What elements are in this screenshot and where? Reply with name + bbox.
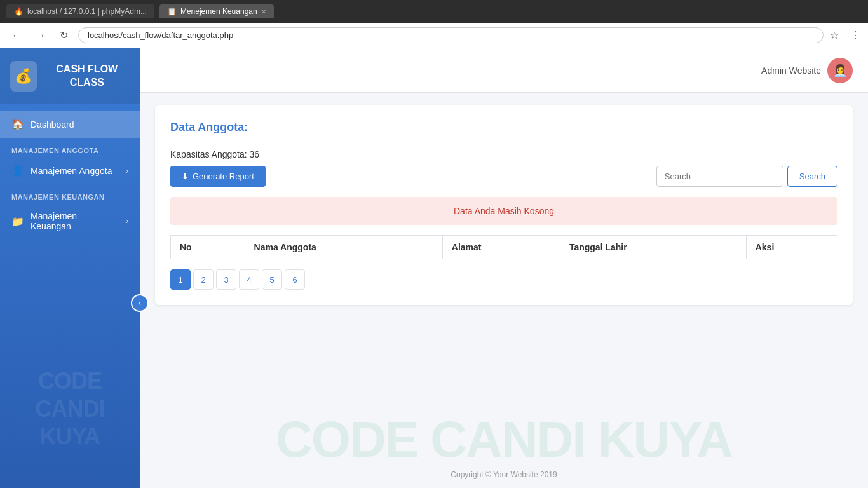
- footer-text: Copyright © Your Website 2019: [451, 470, 557, 479]
- sidebar-item-dashboard[interactable]: 🏠 Dashboard: [0, 111, 140, 138]
- pagination: 123456: [170, 269, 837, 290]
- back-button[interactable]: ←: [8, 29, 25, 43]
- toolbar-row: ⬇ Generate Report Search: [170, 166, 837, 187]
- anggota-icon: 👤: [11, 165, 24, 177]
- tab-label: localhost / 127.0.0.1 | phpMyAdm...: [27, 7, 147, 16]
- page-btn-3[interactable]: 3: [216, 269, 236, 290]
- col-alamat: Alamat: [442, 236, 560, 259]
- tab-favicon2: 📋: [167, 7, 177, 16]
- admin-label: Admin Website: [761, 65, 821, 76]
- capacity-text: Kapasitas Anggota: 36: [170, 149, 837, 159]
- sidebar: 💰 CASH FLOW CLASS 🏠 Dashboard MANAJEMEN …: [0, 48, 140, 488]
- page-btn-5[interactable]: 5: [262, 269, 282, 290]
- browser-tab-keuangan[interactable]: 📋 Menejemen Keuangan ✕: [159, 4, 274, 18]
- search-button[interactable]: Search: [787, 166, 837, 187]
- menu-icon[interactable]: ⋮: [850, 29, 860, 41]
- logo-text: CASH FLOW CLASS: [44, 63, 130, 90]
- section-label-anggota: MANAJEMEN ANGGOTA: [0, 138, 140, 157]
- download-icon: ⬇: [182, 172, 189, 181]
- sidebar-watermark: CODECANDIKUYA: [0, 367, 140, 450]
- sidebar-anggota-label: Manajemen Anggota: [31, 166, 112, 176]
- table-header-row: No Nama Anggota Alamat Tanggal Lahir Aks…: [171, 236, 837, 259]
- empty-message: Data Anda Masih Kosong: [454, 206, 554, 216]
- table-head: No Nama Anggota Alamat Tanggal Lahir Aks…: [171, 236, 837, 259]
- content-card: Data Anggota: Kapasitas Anggota: 36 ⬇ Ge…: [155, 105, 853, 305]
- sidebar-nav: 🏠 Dashboard MANAJEMEN ANGGOTA 👤 Manajeme…: [0, 104, 140, 245]
- col-no: No: [171, 236, 245, 259]
- avatar: 👩‍💼: [827, 58, 853, 83]
- page-title: Data Anggota:: [170, 121, 837, 134]
- sidebar-collapse-button[interactable]: ‹: [131, 294, 149, 312]
- chevron-anggota-icon: ›: [126, 166, 128, 175]
- keuangan-icon: 📁: [11, 215, 24, 227]
- search-group: Search: [656, 166, 837, 187]
- address-bar: ← → ↻ ☆ ⋮: [0, 23, 868, 48]
- admin-info: Admin Website 👩‍💼: [761, 58, 853, 83]
- dashboard-icon: 🏠: [11, 118, 24, 130]
- browser-bar: 🔥 localhost / 127.0.0.1 | phpMyAdm... 📋 …: [0, 0, 868, 23]
- chevron-keuangan-icon: ›: [126, 217, 128, 226]
- address-input[interactable]: [78, 27, 824, 43]
- generate-btn-label: Generate Report: [193, 172, 254, 181]
- logo-icon: 💰: [10, 61, 37, 92]
- page-btn-1[interactable]: 1: [170, 269, 191, 290]
- search-input[interactable]: [656, 166, 783, 187]
- page-btn-2[interactable]: 2: [193, 269, 214, 290]
- main-content: Admin Website 👩‍💼 Data Anggota: Kapasita…: [140, 48, 868, 488]
- empty-alert: Data Anda Masih Kosong: [170, 197, 837, 225]
- sidebar-item-manajemen-keuangan[interactable]: 📁 Manajemen Keuangan ›: [0, 203, 140, 239]
- data-table: No Nama Anggota Alamat Tanggal Lahir Aks…: [170, 235, 837, 259]
- bookmark-icon[interactable]: ☆: [830, 29, 839, 41]
- forward-button[interactable]: →: [32, 29, 50, 43]
- sidebar-keuangan-label: Manajemen Keuangan: [31, 211, 119, 231]
- section-label-keuangan: MANAJEMEN KEUANGAN: [0, 184, 140, 203]
- generate-report-button[interactable]: ⬇ Generate Report: [170, 166, 266, 187]
- sidebar-dashboard-label: Dashboard: [31, 119, 74, 130]
- col-nama: Nama Anggota: [245, 236, 442, 259]
- avatar-icon: 👩‍💼: [833, 64, 847, 78]
- tab-close-icon[interactable]: ✕: [261, 8, 266, 15]
- sidebar-item-manajemen-anggota[interactable]: 👤 Manajemen Anggota ›: [0, 157, 140, 184]
- col-tanggal: Tanggal Lahir: [560, 236, 746, 259]
- reload-button[interactable]: ↻: [56, 28, 72, 43]
- logo-emoji: 💰: [15, 68, 32, 85]
- footer: Copyright © Your Website 2019: [140, 461, 868, 488]
- page-btn-4[interactable]: 4: [239, 269, 259, 290]
- app-container: 💰 CASH FLOW CLASS 🏠 Dashboard MANAJEMEN …: [0, 48, 868, 488]
- page-btn-6[interactable]: 6: [285, 269, 305, 290]
- tab-label2: Menejemen Keuangan: [180, 7, 257, 16]
- sidebar-logo: 💰 CASH FLOW CLASS: [0, 48, 140, 104]
- col-aksi: Aksi: [746, 236, 837, 259]
- top-header: Admin Website 👩‍💼: [140, 48, 868, 93]
- content-area: Data Anggota: Kapasitas Anggota: 36 ⬇ Ge…: [140, 93, 868, 461]
- search-btn-label: Search: [799, 172, 825, 181]
- browser-tab-phpmyadmin[interactable]: 🔥 localhost / 127.0.0.1 | phpMyAdm...: [6, 4, 154, 18]
- tab-favicon: 🔥: [14, 7, 24, 16]
